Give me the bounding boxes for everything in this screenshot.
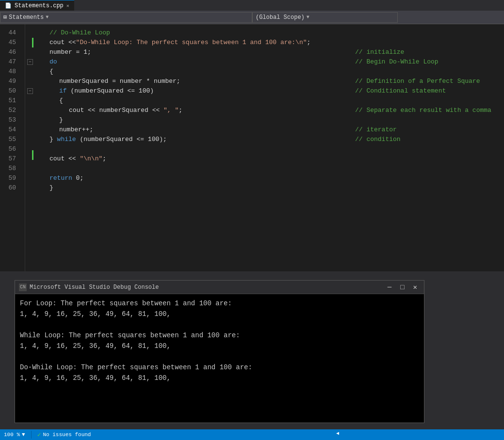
collapse-47[interactable]: −: [27, 59, 33, 65]
ind-45: [25, 38, 35, 47]
change-indicator-57: [32, 150, 33, 160]
code-comment-44: // Do-While Loop: [49, 29, 110, 36]
code-line-45: cout << "Do-While Loop: The perfect squa…: [40, 38, 504, 47]
collapse-50[interactable]: −: [27, 88, 33, 94]
scroll-indicator: ◀: [336, 428, 339, 437]
global-scope-label: (Global Scope): [256, 14, 305, 21]
scope-icon: ⊞: [3, 14, 7, 21]
change-indicator-45: [32, 38, 33, 47]
ind-49: [25, 77, 35, 86]
line-num-44: 44: [0, 28, 20, 38]
ind-46: [25, 47, 35, 57]
line-num-55: 55: [0, 135, 20, 144]
line-numbers: 44 45 46 47 48 49 50 51 52 53 54 55 56 5…: [0, 24, 25, 271]
console-maximize-btn[interactable]: □: [397, 283, 407, 291]
ind-44: [25, 28, 35, 38]
code-line-60: }: [40, 183, 504, 193]
code-line-58: [40, 164, 504, 173]
title-bar: 📄 Statements.cpp ✕: [0, 0, 504, 11]
line-num-59: 59: [0, 173, 20, 183]
console-window: CN Microsoft Visual Studio Debug Console…: [15, 280, 424, 423]
ind-60: [25, 183, 35, 193]
ind-52: [25, 106, 35, 115]
code-line-44: // Do-While Loop: [40, 28, 504, 38]
issues-indicator: ✓ No issues found: [37, 431, 91, 439]
line-num-60: 60: [0, 183, 20, 193]
line-num-54: 54: [0, 125, 20, 135]
ind-50[interactable]: −: [25, 86, 35, 96]
console-line-3: [20, 319, 419, 330]
ind-58: [25, 164, 35, 173]
file-tab[interactable]: 📄 Statements.cpp ✕: [0, 0, 74, 11]
console-title: Microsoft Visual Studio Debug Console: [30, 284, 382, 291]
console-minimize-btn[interactable]: ─: [385, 283, 394, 291]
code-line-46: number = 1; // initialize: [40, 47, 504, 57]
line-num-47: 47: [0, 57, 20, 67]
toolbar: ⊞ Statements ▼ (Global Scope) ▼: [0, 11, 504, 24]
status-bar: 100 % ▼ ✓ No issues found ◀: [0, 429, 504, 440]
code-content[interactable]: // Do-While Loop cout << "Do-While Loop:…: [35, 24, 504, 271]
line-num-53: 53: [0, 115, 20, 125]
ind-57: [25, 154, 35, 164]
code-semi-45: ;: [307, 38, 311, 47]
ind-56: [25, 144, 35, 154]
line-num-57: 57: [0, 154, 20, 164]
ind-47[interactable]: −: [25, 57, 35, 67]
line-num-52: 52: [0, 106, 20, 115]
file-icon: 📄: [5, 2, 12, 9]
line-num-48: 48: [0, 67, 20, 77]
editor-area: 44 45 46 47 48 49 50 51 52 53 54 55 56 5…: [0, 24, 504, 271]
ind-55: [25, 135, 35, 144]
tab-close-btn[interactable]: ✕: [66, 3, 69, 9]
console-titlebar: CN Microsoft Visual Studio Debug Console…: [15, 281, 424, 294]
code-line-49: numberSquared = number * number; // Defi…: [40, 77, 504, 86]
global-scope-dropdown[interactable]: (Global Scope) ▼: [252, 12, 398, 23]
ind-51: [25, 96, 35, 106]
line-num-51: 51: [0, 96, 20, 106]
console-icon: CN: [19, 283, 27, 291]
scope-dropdown-arrow: ▼: [46, 15, 49, 20]
tab-filename: Statements.cpp: [15, 2, 64, 9]
zoom-value: 100 %: [4, 432, 20, 438]
console-line-2: 1, 4, 9, 16, 25, 36, 49, 64, 81, 100,: [20, 309, 419, 319]
global-dropdown-arrow: ▼: [307, 15, 309, 20]
console-icon-text: CN: [20, 284, 26, 290]
line-num-58: 58: [0, 164, 20, 173]
code-line-53: }: [40, 115, 504, 125]
console-body: For Loop: The perfect squares between 1 …: [15, 294, 424, 423]
indicators: − −: [25, 24, 35, 271]
scope-dropdown[interactable]: ⊞ Statements ▼: [0, 12, 252, 23]
scope-label: Statements: [9, 14, 44, 21]
console-line-5: 1, 4, 9, 16, 25, 36, 49, 64, 81, 100,: [20, 341, 419, 351]
line-num-50: 50: [0, 86, 20, 96]
code-line-55: } while (numberSquared <= 100); // condi…: [40, 135, 504, 144]
console-line-6: [20, 351, 419, 362]
line-num-45: 45: [0, 38, 20, 47]
check-icon: ✓: [37, 431, 41, 439]
console-line-7: Do-While Loop: The perfect squares betwe…: [20, 362, 419, 373]
line-num-46: 46: [0, 47, 20, 57]
console-line-8: 1, 4, 9, 16, 25, 36, 49, 64, 81, 100,: [20, 373, 419, 383]
code-line-57: cout << "\n\n";: [40, 154, 504, 164]
code-line-59: return 0;: [40, 173, 504, 183]
code-string-45: "Do-While Loop: The perfect squares betw…: [76, 38, 307, 47]
console-close-btn[interactable]: ✕: [410, 283, 420, 291]
console-line-4: While Loop: The perfect squares between …: [20, 330, 419, 341]
ind-53: [25, 115, 35, 125]
issues-text: No issues found: [43, 432, 91, 438]
zoom-control[interactable]: 100 % ▼: [4, 432, 25, 438]
console-line-1: For Loop: The perfect squares between 1 …: [20, 298, 419, 309]
line-num-56: 56: [0, 144, 20, 154]
code-line-51: {: [40, 96, 504, 106]
code-line-48: {: [40, 67, 504, 77]
line-num-49: 49: [0, 77, 20, 86]
ind-48: [25, 67, 35, 77]
code-line-56: [40, 144, 504, 154]
code-line-52: cout << numberSquared << ", "; // Separa…: [40, 106, 504, 115]
ind-54: [25, 125, 35, 135]
code-line-54: number++; // iterator: [40, 125, 504, 135]
code-line-47: do // Begin Do-While Loop: [40, 57, 504, 67]
code-cout-45: cout <<: [49, 38, 76, 47]
zoom-arrow: ▼: [22, 432, 25, 438]
ind-59: [25, 173, 35, 183]
